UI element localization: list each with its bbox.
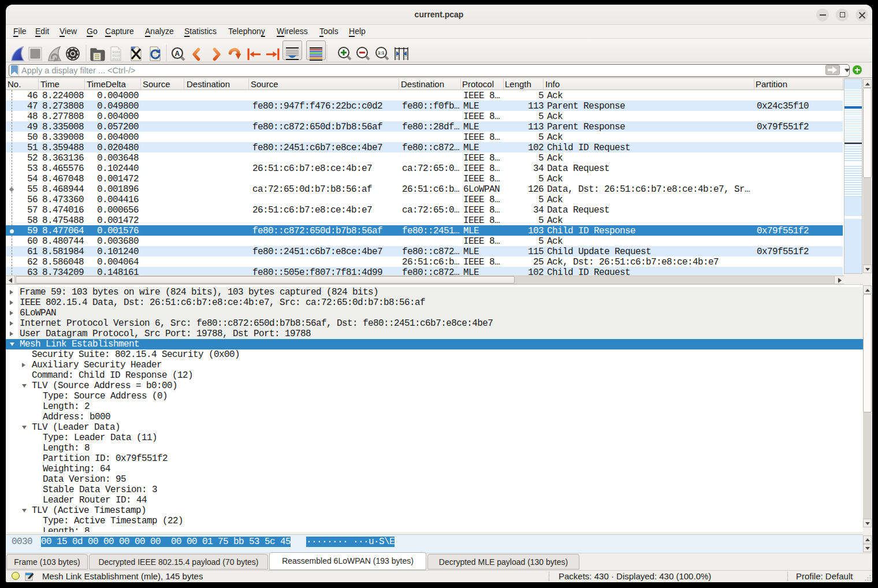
svg-text:1:1: 1:1	[378, 50, 385, 55]
svg-text:0111: 0111	[113, 57, 121, 61]
svg-text:A: A	[175, 50, 180, 58]
